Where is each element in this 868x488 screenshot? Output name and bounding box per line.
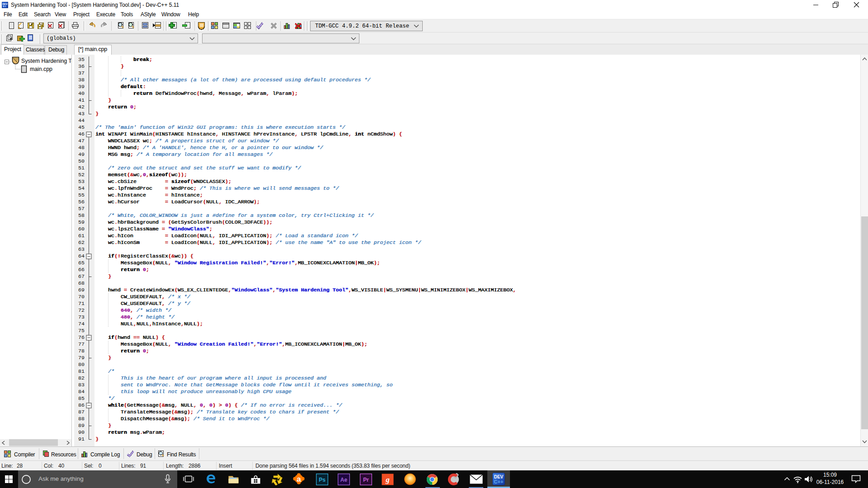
svg-text:DEV: DEV: [2, 3, 8, 5]
svg-text:C++: C++: [494, 479, 504, 484]
svg-text:g: g: [385, 475, 390, 484]
svg-text:a: a: [297, 475, 301, 483]
svg-text:DEV: DEV: [494, 474, 504, 479]
svg-text:Ps: Ps: [319, 477, 326, 483]
svg-text:Pr: Pr: [363, 477, 369, 483]
svg-text:Ae: Ae: [340, 477, 348, 483]
